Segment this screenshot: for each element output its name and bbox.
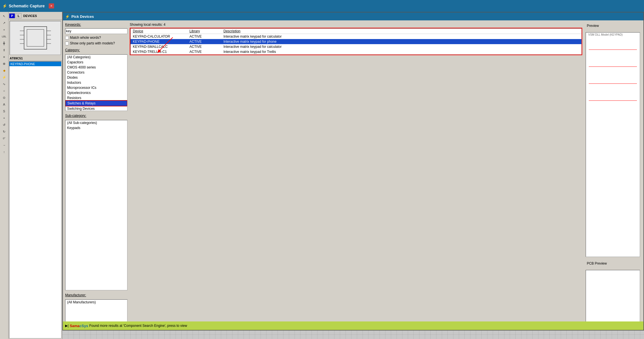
subcategory-section-label: Sub-category: [65,114,127,118]
modal-icon: ⚡ [65,14,70,19]
power-tool[interactable]: ⊕ [1,61,8,67]
wire-tool[interactable]: ╋ [1,40,8,46]
mirror-h[interactable]: → [1,142,8,148]
keyword-input[interactable] [65,28,127,34]
result-device-1: KEYPAD-CALCULATOR [131,34,187,39]
modal-title: Pick Devices [71,14,94,19]
component-list-header: AT89C51 [8,56,62,61]
category-item-capacitors[interactable]: Capacitors [65,60,127,65]
preview-title: Preview [585,23,641,29]
cross-tool[interactable]: + [1,115,8,121]
subcategory-item-keypads[interactable]: Keypads [65,125,127,130]
result-device-4: KEYPAD-TRELLIS-C1 [131,49,187,54]
show-only-parts-checkbox[interactable] [65,42,69,45]
showing-results-text: Showing local results: 4 [130,23,582,27]
keywords-label: Keywords: [65,23,82,27]
p-button[interactable]: P [9,13,15,18]
category-item-switches[interactable]: Switches & Relays [65,100,127,106]
net-tool[interactable]: ◆ [1,67,8,74]
graph-tool[interactable]: ∿ [1,81,8,87]
component-list[interactable]: KEYPAD-PHONE [9,61,61,338]
status-bar[interactable]: ▶| SamacSys Found more results at 'Compo… [63,321,643,330]
grid-canvas: ⚡ Pick Devices Keywords: [62,12,644,339]
category-item-inductors[interactable]: Inductors [65,80,127,85]
results-area: Device Library Description KEYPAD-CALCUL… [130,28,582,328]
result-row-2[interactable]: KEYPAD-PHONE ACTIVE Interactive matrix k… [131,39,581,44]
close-button[interactable]: × [49,3,54,8]
app-icon: ⚡ [2,4,7,8]
component-list-item[interactable]: KEYPAD-PHONE [9,62,61,66]
show-parts-row: Show only parts with models? [65,41,127,45]
match-words-row: Match whole words? [65,36,127,40]
result-device-3: KEYPAD-SMALLCALC [131,44,187,49]
category-item-switching[interactable]: Switching Devices [65,106,127,111]
keyword-input-row [65,28,127,34]
results-container[interactable]: Device Library Description KEYPAD-CALCUL… [130,28,582,55]
text-tool[interactable]: A [1,101,8,108]
column-device: Device [131,29,187,34]
result-library-2: ACTIVE [187,39,221,44]
pcb-preview-box [586,270,640,327]
vsm-label: VSM DLL Model (KEYPAD) [586,33,640,37]
pcb-preview-title: PCB Preview [585,260,641,267]
undo-tool[interactable]: ↺ [1,122,8,128]
result-row-3[interactable]: KEYPAD-SMALLCALC ACTIVE Interactive matr… [131,44,581,49]
subcategory-list[interactable]: (All Sub-categories) Keypads [65,120,127,290]
canvas-area[interactable]: ⚡ Pick Devices Keywords: [62,12,644,339]
category-list[interactable]: (All Categories) Capacitors CMOS 4000 se… [65,54,127,111]
svg-rect-0 [24,27,47,49]
bus-tool[interactable]: ⇕ [1,47,8,53]
category-item-optoelectronics[interactable]: Optoelectronics [65,90,127,95]
probe-tool[interactable]: ⚡ [1,74,8,80]
manufacturer-item-all[interactable]: (All Manufacturers) [65,300,127,305]
results-wrapper: Device Library Description KEYPAD-CALCUL… [130,28,582,55]
redo-tool[interactable]: ↻ [1,128,8,135]
match-whole-words-checkbox[interactable] [65,36,69,40]
keywords-row: Keywords: [65,23,127,27]
shape-circle[interactable]: ○ [1,88,8,94]
status-message: Found more results at 'Component Search … [89,324,187,328]
category-item-all[interactable]: (All Categories) [65,55,127,60]
title-bar: ⚡ Schematic Capture × [0,0,644,12]
symbol-tool[interactable]: S [1,108,8,114]
modal-left-panel: Keywords: Match whole words? [65,23,127,328]
angle-display: 0° [1,135,8,141]
mirror-v[interactable]: ↑ [1,149,8,155]
label-tool[interactable]: LBL [1,33,8,40]
result-row-4[interactable]: KEYPAD-TRELLIS-C1 ACTIVE Interactive mat… [131,49,581,54]
category-item-resistors[interactable]: Resistors [65,95,127,100]
result-device-2: KEYPAD-PHONE [131,39,187,44]
samacsys-prefix: ▶| [65,324,69,328]
property-tool[interactable]: ≡ [1,54,8,60]
modal-center-panel: Showing local results: 4 Device Library … [130,23,582,328]
results-header: Device Library Description [131,29,581,34]
panel-toolbar: P L DEVICES [8,12,62,20]
category-item-cmos[interactable]: CMOS 4000 series [65,65,127,70]
manufacturer-section-label: Manufacturer: [65,293,127,297]
result-desc-4: Interactive matrix keypad for Trellis [221,49,581,54]
column-description: Description [221,29,581,34]
component-preview-area [10,21,61,55]
modal-right-panel: Preview VSM DLL Model (KEYPAD) PCB Previ… [585,23,641,328]
category-section-label: Category: [65,48,127,52]
result-library-3: ACTIVE [187,44,221,49]
app-title: Schematic Capture [9,4,45,8]
add-component[interactable]: + [1,27,8,33]
subcategory-item-all[interactable]: (All Sub-categories) [65,120,127,125]
result-library-1: ACTIVE [187,34,221,39]
pointer-tool[interactable]: ↖ [1,13,8,19]
result-desc-1: Interactive matrix keypad for calculator [221,34,581,39]
target-tool[interactable]: ⊙ [1,95,8,101]
result-desc-2: Interactive matrix keypad for phone [221,39,581,44]
select-tool[interactable]: ↗ [1,20,8,26]
category-item-diodes[interactable]: Diodes [65,75,127,80]
result-row-1[interactable]: KEYPAD-CALCULATOR ACTIVE Interactive mat… [131,34,581,39]
left-toolbar: ↖ ↗ + LBL ╋ ⇕ ≡ ⊕ ◆ ⚡ ∿ ○ ⊙ A S + ↺ ↻ 0°… [0,12,8,339]
category-item-connectors[interactable]: Connectors [65,70,127,75]
pick-devices-dialog: ⚡ Pick Devices Keywords: [62,12,644,331]
l-button[interactable]: L [16,13,22,18]
result-library-4: ACTIVE [187,49,221,54]
samacsys-logo: SamacSys [70,324,88,328]
category-item-microprocessor[interactable]: Microprocessor ICs [65,85,127,90]
devices-label: DEVICES [23,14,37,18]
